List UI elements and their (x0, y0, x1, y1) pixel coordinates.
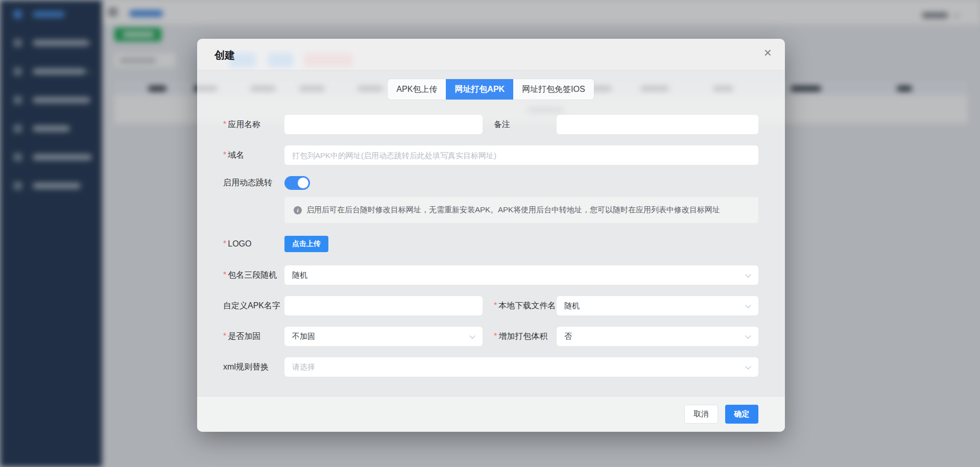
harden-select[interactable]: 不加固 (284, 327, 483, 346)
cancel-button[interactable]: 取消 (684, 405, 718, 424)
chevron-down-icon (745, 333, 751, 338)
create-form: *应用名称 备注 *域名 启用动态跳转 i 启 (223, 115, 758, 377)
tab-group: APK包上传 网址打包APK 网址打包免签IOS (388, 79, 593, 100)
increase-size-select[interactable]: 否 (557, 327, 758, 346)
app-name-input[interactable] (284, 115, 483, 134)
package-random-label: *包名三段随机 (223, 270, 284, 281)
app-screen: 创建 × APK包上传 网址打包APK 网址打包免签IOS *应用名称 备注 (0, 0, 980, 467)
remark-label: 备注 (494, 119, 557, 130)
chevron-down-icon (745, 302, 751, 308)
increase-size-label: *增加打包体积 (494, 331, 557, 342)
custom-apk-name-input[interactable] (284, 296, 483, 315)
xml-rule-label: xml规则替换 (223, 362, 284, 373)
confirm-button[interactable]: 确定 (725, 405, 758, 424)
close-icon[interactable]: × (764, 46, 772, 59)
tab-url-pack-apk[interactable]: 网址打包APK (446, 79, 513, 100)
app-name-label: *应用名称 (223, 119, 284, 130)
info-icon: i (294, 206, 302, 214)
local-filename-label: *本地下载文件名 (494, 301, 557, 311)
dialog-header: 创建 × (197, 39, 785, 70)
xml-rule-select[interactable]: 请选择 (284, 357, 758, 377)
dynamic-redirect-note: i 启用后可在后台随时修改目标网址，无需重新安装APK。APK将使用后台中转地址… (284, 197, 758, 223)
tab-url-pack-ios[interactable]: 网址打包免签IOS (513, 79, 594, 100)
tab-apk-upload[interactable]: APK包上传 (388, 79, 446, 100)
note-text: 启用后可在后台随时修改目标网址，无需重新安装APK。APK将使用后台中转地址，您… (306, 205, 720, 215)
domain-input[interactable] (284, 145, 758, 165)
logo-upload-button[interactable]: 点击上传 (284, 236, 328, 252)
local-filename-select[interactable]: 随机 (557, 296, 758, 315)
chevron-down-icon (745, 363, 751, 369)
logo-label: *LOGO (223, 239, 284, 249)
dialog-title: 创建 (214, 48, 235, 62)
dynamic-redirect-label: 启用动态跳转 (223, 178, 284, 188)
create-dialog: 创建 × APK包上传 网址打包APK 网址打包免签IOS *应用名称 备注 (197, 39, 785, 432)
remark-input[interactable] (557, 115, 758, 134)
chevron-down-icon (469, 333, 475, 338)
custom-apk-name-label: 自定义APK名字 (223, 301, 284, 311)
dialog-body: APK包上传 网址打包APK 网址打包免签IOS *应用名称 备注 *域名 (197, 70, 785, 377)
harden-label: *是否加固 (223, 331, 284, 342)
domain-label: *域名 (223, 150, 284, 161)
dialog-footer: 取消 确定 (197, 396, 785, 432)
package-random-select[interactable]: 随机 (284, 265, 758, 285)
chevron-down-icon (745, 272, 751, 277)
dynamic-redirect-toggle[interactable] (284, 176, 310, 190)
